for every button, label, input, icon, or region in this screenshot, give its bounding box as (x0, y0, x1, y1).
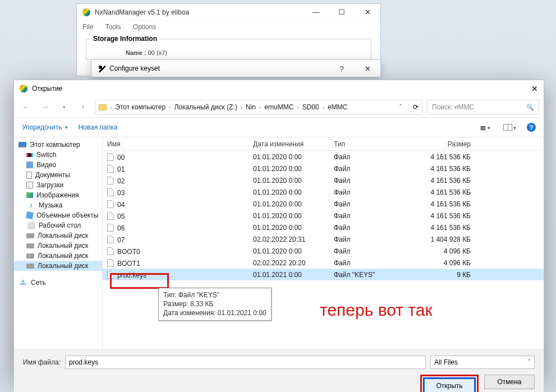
address-bar[interactable]: Этот компьютер Локальный диск (Z:) Nin e… (95, 100, 422, 114)
file-row[interactable]: 0702.02.2022 20:31Файл1 404 928 КБ (103, 233, 544, 245)
nx-menu-tools[interactable]: Tools (105, 23, 121, 31)
tree-item[interactable]: Локальный диск (14, 261, 102, 271)
col-name[interactable]: Имя (103, 140, 249, 148)
file-type-select[interactable]: All Files (430, 356, 535, 369)
tree-item[interactable]: Документы (14, 170, 102, 180)
new-folder-button[interactable]: Новая папка (78, 123, 117, 131)
tree-item[interactable]: Рабочий стол (14, 220, 102, 230)
doc-icon (26, 172, 32, 179)
file-row[interactable]: 0001.01.2020 0:00Файл4 161 536 КБ (103, 151, 544, 163)
file-date: 01.01.2020 0:00 (249, 212, 329, 220)
file-row[interactable]: BOOT102.02.2022 20:20Файл4 096 КБ (103, 257, 544, 269)
file-date: 01.01.2020 0:00 (249, 153, 329, 161)
file-name: BOOT0 (117, 248, 140, 256)
filename-input[interactable] (65, 356, 426, 369)
file-date: 01.01.2020 0:00 (249, 165, 329, 173)
drive-icon (26, 233, 34, 238)
folder-icon (99, 104, 107, 110)
file-list-header: Имя Дата изменения Тип Размер (103, 137, 544, 151)
tree-item[interactable]: Локальный диск (14, 230, 102, 241)
close-button[interactable] (355, 64, 380, 73)
file-date: 01.01.2020 0:00 (249, 247, 329, 255)
file-type: Файл (329, 212, 402, 220)
file-row[interactable]: 0201.01.2020 0:00Файл4 161 536 КБ (103, 174, 544, 186)
file-row[interactable]: BOOT001.01.2020 0:00Файл4 096 КБ (103, 245, 544, 257)
file-row[interactable]: 0301.01.2020 0:00Файл4 161 536 КБ (103, 186, 544, 198)
help-icon[interactable]: ? (527, 123, 536, 132)
tree-item-label: Музыка (39, 201, 62, 209)
tree-item[interactable]: Объемные объекты (14, 210, 102, 220)
up-button[interactable] (76, 100, 90, 114)
file-name: 06 (117, 224, 125, 232)
cancel-button[interactable]: Отмена (484, 375, 535, 389)
col-type[interactable]: Тип (329, 140, 402, 148)
col-size[interactable]: Размер (402, 140, 475, 148)
storage-information-group: Storage Information Name : 00 (x7) (86, 39, 371, 60)
file-row[interactable]: 0601.01.2020 0:00Файл4 161 536 КБ (103, 222, 544, 233)
dl-icon (26, 182, 33, 188)
back-button[interactable] (19, 100, 33, 114)
open-file-dialog: Открытие Этот компьютер Локальный диск (… (13, 80, 544, 378)
nx-menu-options[interactable]: Options (133, 23, 156, 31)
close-button[interactable] (531, 84, 538, 93)
file-type: Файл (329, 177, 402, 185)
col-date[interactable]: Дата изменения (249, 140, 329, 148)
file-icon (107, 224, 114, 232)
file-row[interactable]: 0101.01.2020 0:00Файл4 161 536 КБ (103, 163, 544, 174)
breadcrumb-item[interactable]: emuMMC (264, 103, 293, 111)
open-button[interactable]: Открыть (424, 379, 475, 392)
sort-button[interactable]: Упорядочить (22, 123, 68, 131)
file-size: 4 161 536 КБ (402, 177, 475, 185)
maximize-button[interactable] (329, 8, 355, 16)
file-name: 00 (117, 154, 125, 162)
search-input[interactable]: Поиск: eMMC (427, 100, 539, 114)
file-type: Файл (329, 224, 402, 232)
breadcrumb-item[interactable]: eMMC (328, 103, 347, 111)
file-name: prod.keys (117, 271, 146, 279)
minimize-button[interactable] (303, 8, 329, 16)
net-icon (19, 279, 27, 287)
tree-item-label: Изображения (36, 191, 79, 199)
close-button[interactable] (355, 8, 380, 16)
tree-item[interactable]: Изображения (14, 190, 102, 200)
breadcrumb-item[interactable]: Nin (246, 103, 256, 111)
help-button[interactable] (329, 64, 355, 73)
tree-item[interactable]: Видео (14, 160, 102, 170)
dlg-title: Открытие (32, 85, 62, 93)
open-button-highlight: Открыть (420, 375, 479, 392)
address-dropdown-icon[interactable] (399, 103, 402, 111)
tree-item[interactable]: Локальный диск (14, 251, 102, 261)
file-icon (107, 212, 114, 220)
history-dropdown[interactable] (57, 102, 71, 112)
view-mode-button[interactable] (480, 123, 495, 132)
navigation-tree[interactable]: Этот компьютерSwitchВидеоДокументыЗагруз… (14, 137, 103, 349)
preview-pane-button[interactable] (503, 123, 519, 131)
tree-item-label: Локальный диск (38, 232, 88, 239)
nx-menu-file[interactable]: File (82, 23, 93, 31)
tree-item[interactable]: Загрузки (14, 180, 102, 190)
key-icon (97, 64, 106, 73)
tree-item[interactable]: Музыка (14, 200, 102, 210)
tree-item[interactable]: Сеть (14, 278, 102, 288)
tree-item-label: Switch (36, 151, 56, 159)
tree-item[interactable]: Этот компьютер (14, 140, 102, 150)
file-icon (107, 236, 114, 243)
breadcrumb-item[interactable]: Локальный диск (Z:) (174, 103, 237, 111)
filename-label: Имя файла: (23, 358, 61, 366)
file-row[interactable]: prod.keys01.01.2021 0:00Файл "KEYS"9 КБ (103, 269, 544, 280)
file-date: 01.01.2020 0:00 (249, 188, 329, 196)
nx-menubar: File Tools Options (77, 21, 380, 33)
breadcrumb-item[interactable]: Этот компьютер (115, 103, 166, 111)
tree-item-label: Загрузки (36, 181, 63, 189)
file-name: 02 (117, 177, 125, 185)
breadcrumb-item[interactable]: SD00 (302, 103, 319, 111)
forward-button[interactable] (38, 100, 52, 114)
tree-item[interactable]: Локальный диск (14, 241, 102, 251)
file-icon (107, 200, 114, 208)
file-row[interactable]: 0401.01.2020 0:00Файл4 161 536 КБ (103, 198, 544, 210)
file-date: 02.02.2022 20:31 (249, 236, 329, 243)
file-row[interactable]: 0501.01.2020 0:00Файл4 161 536 КБ (103, 210, 544, 222)
refresh-icon[interactable] (408, 103, 419, 111)
file-name: BOOT1 (117, 260, 140, 268)
tree-item[interactable]: Switch (14, 150, 102, 160)
